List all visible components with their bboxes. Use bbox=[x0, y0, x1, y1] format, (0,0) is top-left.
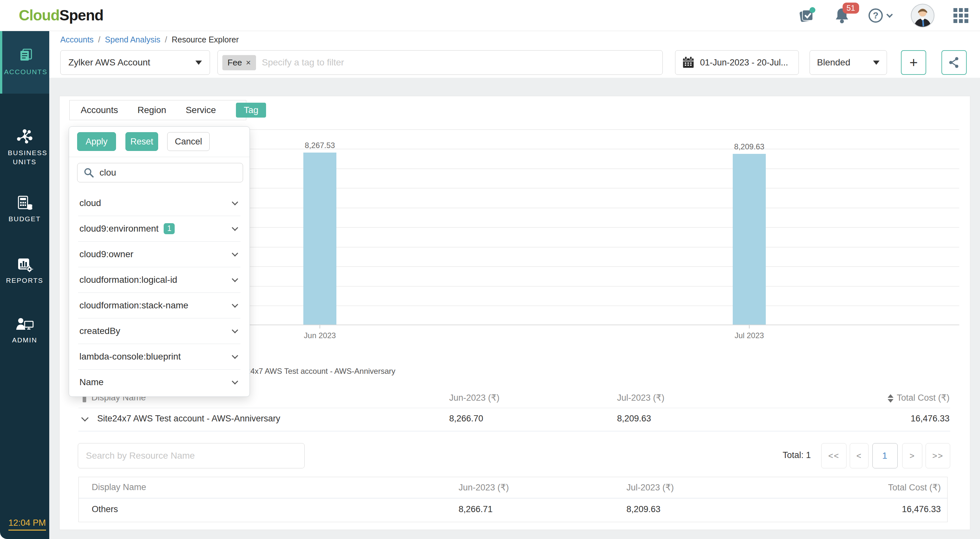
chevron-down-icon bbox=[886, 11, 893, 18]
sort-icon[interactable] bbox=[888, 394, 894, 402]
cancel-button[interactable]: Cancel bbox=[167, 132, 210, 151]
col-display-name: Display Name bbox=[92, 482, 146, 492]
caret-down-icon bbox=[873, 60, 880, 65]
tab-tag[interactable]: Tag bbox=[236, 103, 266, 118]
chevron-down-icon[interactable] bbox=[232, 327, 238, 333]
row-display-name: Site24x7 AWS Test account - AWS-Annivers… bbox=[97, 413, 280, 424]
chip-close-icon[interactable]: × bbox=[246, 58, 251, 68]
pagination-next-button[interactable]: > bbox=[902, 443, 922, 468]
sidebar-item-label: ACCOUNTS bbox=[4, 67, 48, 76]
add-button[interactable]: + bbox=[901, 50, 926, 75]
col-jun: Jun-2023 (₹) bbox=[458, 482, 509, 493]
chevron-down-icon[interactable] bbox=[232, 224, 238, 231]
tag-item-lambda-console-blueprint[interactable]: lambda-console:blueprint bbox=[69, 344, 250, 369]
share-button[interactable] bbox=[942, 50, 967, 75]
col-jul: Jul-2023 (₹) bbox=[627, 482, 674, 493]
chevron-down-icon[interactable] bbox=[232, 276, 238, 282]
chevron-down-icon[interactable] bbox=[232, 378, 238, 385]
chevron-down-icon[interactable] bbox=[232, 352, 238, 359]
row-jun-value: 8,266.70 bbox=[449, 413, 483, 424]
row-jul-value: 8,209.63 bbox=[627, 504, 660, 514]
x-axis-tick bbox=[749, 325, 749, 328]
notifications-button[interactable]: 51 bbox=[834, 7, 850, 24]
sidebar-item-business-units[interactable]: BUSINESS UNITS bbox=[0, 128, 49, 167]
account-selector[interactable]: Zylker AWS Account bbox=[60, 50, 210, 75]
others-table-header: Display Name Jun-2023 (₹) Jul-2023 (₹) T… bbox=[79, 477, 947, 499]
resource-search-input[interactable] bbox=[78, 443, 305, 468]
tag-item-cloud9-owner[interactable]: cloud9:owner bbox=[69, 241, 250, 267]
others-table: Display Name Jun-2023 (₹) Jul-2023 (₹) T… bbox=[78, 477, 948, 522]
sidebar-item-label: BUSINESS UNITS bbox=[8, 148, 41, 167]
tag-item-name[interactable]: Name bbox=[69, 369, 250, 395]
row-display-name: Others bbox=[92, 504, 118, 514]
tab-region[interactable]: Region bbox=[137, 105, 166, 115]
breadcrumb-accounts[interactable]: Accounts bbox=[60, 35, 94, 45]
tag-chip-fee[interactable]: Fee × bbox=[222, 55, 256, 70]
sidebar-item-reports[interactable]: REPORTS bbox=[0, 253, 49, 289]
calendar-icon bbox=[682, 56, 695, 69]
cost-view-selector[interactable]: Blended bbox=[810, 50, 887, 75]
app-root: CloudSpend 51 ? bbox=[0, 0, 980, 539]
tag-item-cloudformation-logical-id[interactable]: cloudformation:logical-id bbox=[69, 267, 250, 293]
reports-icon bbox=[16, 256, 33, 272]
search-icon bbox=[83, 167, 94, 178]
legend-label: Site24x7 AWS Test account - AWS-Annivers… bbox=[233, 367, 395, 376]
tag-list: cloud cloud9:environment 1 cloud9:owner … bbox=[69, 190, 250, 395]
others-table-row[interactable]: Others 8,266.71 8,209.63 16,476.33 bbox=[79, 499, 947, 522]
apply-button[interactable]: Apply bbox=[77, 132, 116, 151]
accounts-icon bbox=[18, 48, 34, 64]
row-expand-icon[interactable] bbox=[81, 414, 89, 422]
pagination-prev-button[interactable]: < bbox=[850, 443, 869, 468]
cost-view-value: Blended bbox=[817, 57, 850, 68]
tag-filter-input[interactable]: Fee × Specify a tag to filter bbox=[218, 50, 663, 75]
bar-value-label: 8,209.63 bbox=[734, 142, 764, 151]
tasks-icon bbox=[799, 7, 815, 24]
reset-button[interactable]: Reset bbox=[126, 132, 158, 151]
row-jul-value: 8,209.63 bbox=[617, 413, 651, 424]
date-range-value: 01-Jun-2023 - 20-Jul... bbox=[700, 58, 788, 68]
tag-item-cloud9-environment[interactable]: cloud9:environment 1 bbox=[69, 216, 250, 241]
pagination-current-page[interactable]: 1 bbox=[872, 443, 898, 468]
col-total-cost: Total Cost (₹) bbox=[888, 482, 941, 493]
sidebar-item-accounts[interactable]: ACCOUNTS bbox=[0, 31, 49, 94]
cost-table-row[interactable]: Site24x7 AWS Test account - AWS-Annivers… bbox=[78, 408, 950, 431]
x-axis-label-jul: Jul 2023 bbox=[714, 331, 785, 340]
help-button[interactable]: ? bbox=[869, 8, 892, 23]
breadcrumb-spend-analysis[interactable]: Spend Analysis bbox=[105, 35, 161, 45]
bar-value-label: 8,267.53 bbox=[305, 141, 335, 150]
chevron-down-icon[interactable] bbox=[232, 199, 238, 205]
col-total-cost[interactable]: Total Cost (₹) bbox=[888, 393, 950, 403]
tab-accounts[interactable]: Accounts bbox=[81, 105, 118, 115]
app-grid-button[interactable] bbox=[953, 8, 968, 23]
sidebar-item-budget[interactable]: BUDGET bbox=[0, 191, 49, 227]
row-total-value: 16,476.33 bbox=[911, 413, 950, 424]
logo-spend: Spend bbox=[59, 7, 103, 24]
spend-bar-chart: 8,267.53 8,209.63 bbox=[227, 129, 959, 325]
breadcrumb: Accounts / Spend Analysis / Resource Exp… bbox=[60, 35, 239, 45]
tag-item-createdby[interactable]: createdBy bbox=[69, 318, 250, 344]
tab-service[interactable]: Service bbox=[186, 105, 216, 115]
bar-jul[interactable] bbox=[733, 154, 766, 324]
row-total-value: 16,476.33 bbox=[902, 504, 941, 514]
chevron-down-icon[interactable] bbox=[232, 301, 238, 308]
user-avatar[interactable] bbox=[911, 3, 935, 27]
panel-buttons-row: Apply Reset Cancel bbox=[69, 127, 250, 157]
tag-item-cloudformation-stack-name[interactable]: cloudformation:stack-name bbox=[69, 293, 250, 318]
bar-jun[interactable] bbox=[303, 153, 336, 324]
tag-item-cloud[interactable]: cloud bbox=[69, 190, 250, 216]
chevron-down-icon[interactable] bbox=[232, 250, 238, 256]
selected-count-badge: 1 bbox=[164, 223, 175, 234]
cloudspend-logo: CloudSpend bbox=[19, 6, 103, 24]
date-range-picker[interactable]: 01-Jun-2023 - 20-Jul... bbox=[675, 50, 799, 75]
breadcrumb-current: Resource Explorer bbox=[172, 35, 239, 45]
tasks-button[interactable] bbox=[799, 7, 815, 24]
tag-search-box[interactable] bbox=[77, 163, 243, 182]
tag-search-input[interactable] bbox=[100, 167, 229, 178]
pagination-last-button[interactable]: >> bbox=[926, 443, 950, 468]
pagination-first-button[interactable]: << bbox=[821, 443, 846, 468]
current-time[interactable]: 12:04 PM bbox=[8, 518, 46, 531]
col-jun: Jun-2023 (₹) bbox=[449, 393, 500, 403]
left-sidebar: ACCOUNTS BUSINESS UNITS bbox=[0, 31, 49, 539]
sidebar-item-admin[interactable]: ADMIN bbox=[0, 313, 49, 348]
tag-filter-placeholder: Specify a tag to filter bbox=[262, 57, 344, 68]
